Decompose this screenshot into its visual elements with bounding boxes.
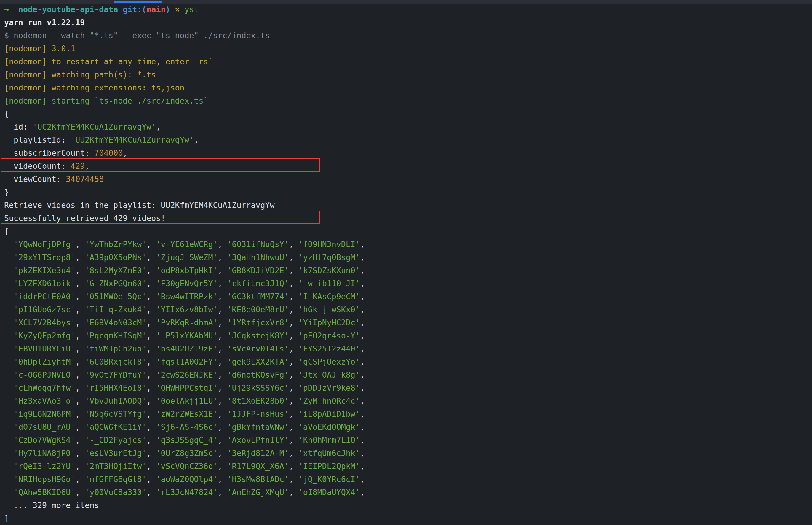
- video-ids-row: 'rQeI3-lz2YU', '2mT3HOjiItw', 'vScVQnCZ3…: [4, 460, 812, 473]
- video-ids-row: 'dO7sU8U_rAU', 'aQCWGfKE1iY', 'Sj6-AS-4S…: [4, 421, 812, 434]
- video-ids-row: 'Hy7liNA8jP0', 'esLV3urEtJg', '0UrZ8g3Zm…: [4, 447, 812, 460]
- video-count-line: videoCount: 429,: [4, 160, 812, 172]
- terminal-window: → node-youtube-api-data git:(main) × yst…: [0, 0, 812, 525]
- video-ids-row: '0hDplZiyhtM', '6C0BRxjckT8', 'fqsl1A0Q2…: [4, 355, 812, 369]
- array-open-bracket: [: [4, 225, 812, 238]
- video-ids-row: 'XCL7V2B4bys', 'E6BV4oN03cM', 'PvRKqR-dh…: [4, 316, 812, 329]
- video-ids-row: 'iq9LGN2N6PM', 'N5q6cVSTYfg', 'zW2rZWEsX…: [4, 407, 812, 421]
- command-line: $ nodemon --watch "*.ts" --exec "ts-node…: [4, 29, 812, 42]
- prompt-line: → node-youtube-api-data git:(main) × yst: [4, 3, 812, 16]
- video-ids-row: 'CzDo7VWgKS4', '-_CD2Fyajcs', 'q3sJSSgqC…: [4, 434, 812, 447]
- video-ids-row: '29xYlTSrdp8', 'A39p0X5oPNs', 'ZjuqJ_SWe…: [4, 251, 812, 264]
- playlist-id-line: playlistId: 'UU2KfmYEM4KCuA1ZurravgYw',: [4, 134, 812, 147]
- video-ids-row: 'c-QG6PJNVLQ', '9vOt7FYDfuY', '2cwS26ENJ…: [4, 369, 812, 381]
- nodemon-starting-line: [nodemon] starting `ts-node ./src/index.…: [4, 94, 812, 107]
- video-ids-row: 'QAhw5BKID6U', 'y00VuC8a330', 'rL3JcN478…: [4, 486, 812, 499]
- video-ids-row: 'EBVU1URYCiU', 'fiWMJpCh2uo', 'bs4U2UZl9…: [4, 342, 812, 355]
- video-ids-row: 'NRIHqpsH9Go', 'mfGFFG6qGt8', 'aoWaZ0QOl…: [4, 473, 812, 486]
- subscriber-count-line: subscriberCount: 704000,: [4, 147, 812, 160]
- yarn-version-line: yarn run v1.22.19: [4, 16, 812, 29]
- video-ids-row: 'cLhWogg7hfw', 'rI5HHX4EoI8', 'QHWHPPCst…: [4, 381, 812, 394]
- terminal-output[interactable]: → node-youtube-api-data git:(main) × yst…: [4, 3, 812, 525]
- retrieve-videos-line: Retrieve videos in the playlist: UU2KfmY…: [4, 199, 812, 212]
- nodemon-version-line: [nodemon] 3.0.1: [4, 42, 812, 55]
- video-ids-row: 'LYZFXD61oik', 'G_ZNxPGQm60', 'F30gENvQr…: [4, 277, 812, 290]
- view-count-line: viewCount: 34074458: [4, 172, 812, 186]
- nodemon-watch-ext-line: [nodemon] watching extensions: ts,json: [4, 81, 812, 94]
- channel-id-line: id: 'UC2KfmYEM4KCuA1ZurravgYw',: [4, 120, 812, 134]
- object-close-brace: }: [4, 186, 812, 199]
- video-ids-row: 'pkZEKIXe3u4', '8sL2MyXZmE0', 'odP8xbTpH…: [4, 264, 812, 277]
- array-close-bracket: ]: [4, 512, 812, 525]
- nodemon-restart-line: [nodemon] to restart at any time, enter …: [4, 55, 812, 68]
- video-ids-row: 'Hz3xaVAo3_o', 'VbvJuhIAODQ', '0oelAkjj1…: [4, 394, 812, 407]
- more-items-line: ... 329 more items: [4, 499, 812, 512]
- object-open-brace: {: [4, 107, 812, 120]
- video-ids-row: 'pI1GUoGz7sc', 'TiI_q-Zkuk4', 'YIIx6zv8b…: [4, 303, 812, 316]
- video-ids-row: 'KyZyQFp2mfg', 'PqcqmKHISqM', '_P5lxYKAb…: [4, 329, 812, 342]
- success-message-line: Successfully retrieved 429 videos!: [4, 212, 812, 225]
- video-ids-row: 'iddrPCtE0A0', '051MWOe-5Qc', 'Bsw4wITRP…: [4, 290, 812, 303]
- video-ids-row: 'YQwNoFjDPfg', 'YwThbZrPYkw', 'v-YE61eWC…: [4, 238, 812, 251]
- nodemon-watch-path-line: [nodemon] watching path(s): *.ts: [4, 68, 812, 81]
